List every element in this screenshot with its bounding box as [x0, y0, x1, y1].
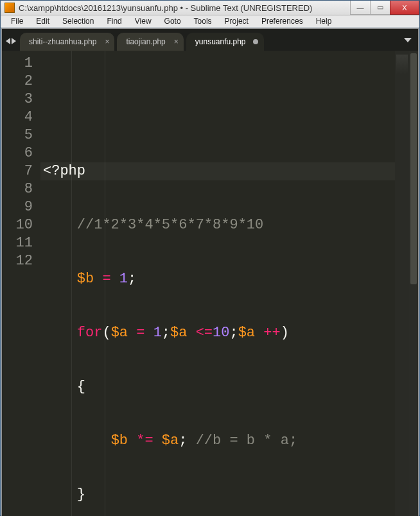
tab-nav: [6, 35, 20, 44]
menu-edit[interactable]: Edit: [30, 15, 56, 27]
menu-view[interactable]: View: [128, 15, 158, 27]
app-window: C:\xampp\htdocs\20161213\yunsuanfu.php •…: [0, 0, 420, 516]
tab-yunsuanfu[interactable]: yunsuanfu.php: [186, 33, 264, 51]
line-number[interactable]: 1: [2, 55, 33, 73]
menu-bar: File Edit Selection Find View Goto Tools…: [1, 15, 419, 28]
variable: $a: [170, 325, 187, 341]
variable: $a: [162, 433, 179, 449]
brace-open: {: [77, 379, 85, 395]
editor-body: 123456789101112 <?php //1*2*3*4*5*6*7*8*…: [2, 51, 418, 516]
operator: *=: [136, 433, 153, 449]
tab-label: shiti--zhuanhua.php: [29, 37, 96, 46]
editor-frame: shiti--zhuanhua.php × tiaojian.php × yun…: [1, 28, 419, 516]
line-number[interactable]: 5: [2, 126, 33, 144]
minimap[interactable]: [395, 51, 409, 516]
menu-help[interactable]: Help: [310, 15, 338, 27]
variable: $a: [238, 325, 255, 341]
menu-goto[interactable]: Goto: [158, 15, 188, 27]
maximize-button[interactable]: ▭: [370, 1, 390, 15]
close-icon[interactable]: ×: [105, 37, 109, 46]
line-number[interactable]: 8: [2, 180, 33, 198]
line-number[interactable]: 11: [2, 234, 33, 252]
line-gutter[interactable]: 123456789101112: [2, 51, 40, 516]
tab-tiaojian[interactable]: tiaojian.php ×: [117, 33, 183, 51]
line-number[interactable]: 10: [2, 216, 33, 234]
menu-find[interactable]: Find: [100, 15, 128, 27]
line-number[interactable]: 12: [2, 252, 33, 270]
tab-shiti[interactable]: shiti--zhuanhua.php ×: [20, 33, 114, 51]
tab-prev-icon[interactable]: [6, 38, 10, 44]
variable: $b: [77, 271, 94, 287]
window-title: C:\xampp\htdocs\20161213\yunsuanfu.php •…: [19, 3, 351, 13]
app-icon: [4, 3, 15, 13]
operator: =: [102, 271, 110, 287]
line-number[interactable]: 6: [2, 144, 33, 162]
brace-close: }: [77, 486, 85, 503]
tab-bar: shiti--zhuanhua.php × tiaojian.php × yun…: [2, 29, 418, 51]
menu-selection[interactable]: Selection: [56, 15, 100, 27]
tab-label: tiaojian.php: [126, 37, 165, 46]
close-icon[interactable]: ×: [174, 37, 179, 46]
title-bar[interactable]: C:\xampp\htdocs\20161213\yunsuanfu.php •…: [1, 1, 419, 15]
menu-preferences[interactable]: Preferences: [255, 15, 310, 27]
tab-label: yunsuanfu.php: [195, 37, 246, 46]
tab-overflow-icon[interactable]: [404, 38, 412, 42]
line-number[interactable]: 4: [2, 108, 33, 126]
keyword-for: for: [77, 325, 103, 341]
menu-project[interactable]: Project: [218, 15, 255, 27]
semicolon: ;: [128, 271, 136, 287]
close-button[interactable]: X: [390, 1, 419, 15]
menu-file[interactable]: File: [4, 15, 30, 27]
tab-next-icon[interactable]: [12, 38, 16, 44]
php-open-tag: <?php: [43, 163, 85, 179]
scrollbar-thumb[interactable]: [410, 53, 417, 284]
vertical-scrollbar[interactable]: [409, 51, 418, 516]
number: 1: [119, 271, 128, 287]
variable: $a: [111, 325, 128, 341]
line-number[interactable]: 2: [2, 73, 33, 90]
variable: $b: [111, 433, 128, 449]
code-area[interactable]: <?php //1*2*3*4*5*6*7*8*9*10 $b = 1; for…: [40, 51, 395, 516]
comment: //1*2*3*4*5*6*7*8*9*10: [77, 217, 263, 233]
menu-tools[interactable]: Tools: [188, 15, 218, 27]
comment: //b = b * a;: [196, 433, 297, 449]
window-controls: — ▭ X: [351, 1, 419, 15]
line-number[interactable]: 7: [2, 162, 33, 180]
minimize-button[interactable]: —: [350, 1, 371, 15]
dirty-indicator-icon: [253, 39, 258, 44]
line-number[interactable]: 9: [2, 198, 33, 216]
line-number[interactable]: 3: [2, 90, 33, 108]
minimap-content: [396, 55, 408, 74]
